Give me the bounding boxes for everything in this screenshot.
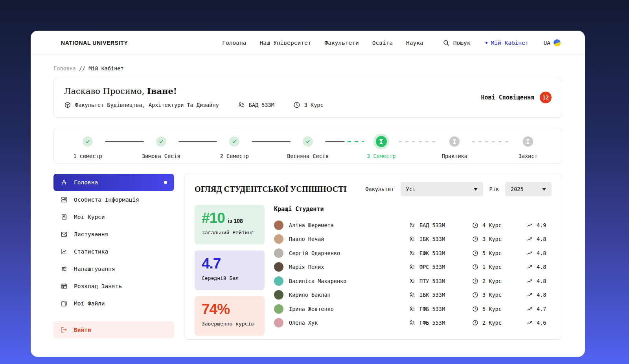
clock-icon — [472, 264, 478, 270]
trending-up-icon — [526, 292, 533, 298]
faculty-filter-select[interactable]: Усі — [401, 182, 483, 196]
notifications-badge: 12 — [540, 92, 552, 103]
student-course: 1 Курс — [482, 264, 502, 270]
hourglass-icon — [379, 139, 383, 144]
step-defense: Захист — [511, 134, 545, 159]
welcome-meta: Факультет Будівництва, Архітектури Та Ди… — [64, 101, 324, 108]
hourglass-icon — [526, 139, 530, 144]
chevron-down-icon — [474, 188, 478, 191]
my-cabinet-button[interactable]: Мій Кабінет — [486, 40, 529, 46]
year-filter-label: Рік — [489, 186, 499, 192]
student-row[interactable]: Ірина Жовтенко ГФБ 533М 5 Курс 4.7 — [274, 302, 552, 316]
nav-link-university[interactable]: Наш Університет — [259, 40, 311, 46]
student-name: Ірина Жовтенко — [289, 306, 409, 312]
nav-links: Головна Наш Університет Факультети Освіт… — [222, 40, 423, 46]
breadcrumb-separator: // — [79, 65, 85, 72]
student-row[interactable]: Павло Нечай ІБК 533М 3 Курс 4.8 — [274, 232, 552, 246]
mail-icon — [61, 231, 68, 238]
sidebar-item-personal-info[interactable]: Особиста Інформація — [53, 191, 174, 208]
welcome-left: Ласкаво Просимо, Іване! Факультет Будівн… — [64, 86, 324, 108]
sidebar-item-statistics[interactable]: Статистика — [53, 243, 174, 260]
clock-icon — [293, 101, 300, 108]
student-name: Павло Нечай — [289, 236, 409, 242]
check-icon — [232, 139, 237, 144]
clock-icon — [472, 320, 478, 326]
avatar — [274, 221, 283, 230]
nav-link-education[interactable]: Освіта — [372, 40, 393, 46]
avatar — [274, 276, 283, 286]
sidebar-item-settings[interactable]: Налаштування — [53, 260, 174, 278]
users-icon — [409, 264, 416, 270]
nav-link-science[interactable]: Наука — [406, 40, 423, 46]
student-row[interactable]: Сергій Одарченко ЕФК 533М 5 Курс 4.8 — [274, 246, 552, 260]
breadcrumb: Головна // Мій Кабінет — [53, 65, 562, 72]
step-spring-session: Весняна Сесія — [291, 134, 325, 159]
year-filter-value: 2025 — [511, 186, 524, 192]
faculty-meta: Факультет Будівництва, Архітектури Та Ди… — [64, 101, 219, 108]
student-name: Аліна Шеремета — [289, 222, 409, 228]
avatar — [274, 234, 283, 244]
student-rating: 4.8 — [537, 292, 546, 298]
sidebar-item-label: Головна — [74, 179, 98, 186]
sidebar: Головна Особиста Інформація Мої Курси Ли… — [53, 174, 174, 340]
desk-icon — [61, 179, 68, 186]
sidebar-item-my-courses[interactable]: Мої Курси — [53, 208, 174, 226]
sidebar-item-label: Мої Файли — [74, 300, 105, 307]
overall-rating-suffix: із 108 — [228, 218, 243, 224]
breadcrumb-home[interactable]: Головна — [53, 65, 76, 72]
faculty-label: Факультет Будівництва, Архітектури Та Ди… — [75, 102, 219, 108]
year-filter-select[interactable]: 2025 — [505, 182, 552, 196]
student-course: 4 Курс — [482, 222, 502, 228]
line-chart-icon — [61, 248, 68, 255]
student-course: 3 Курс — [482, 292, 502, 298]
student-group: ІБК 533М — [419, 236, 445, 242]
users-icon — [409, 222, 416, 228]
sidebar-item-messages[interactable]: Листування — [53, 226, 174, 243]
student-course: 5 Курс — [482, 250, 502, 256]
welcome-greeting: Ласкаво Просимо, — [64, 86, 144, 96]
student-row[interactable]: Кирило Баклан ІБК 533М 3 Курс 4.8 — [274, 288, 552, 302]
users-icon — [409, 250, 416, 256]
nav-right: Пошук Мій Кабінет UA — [443, 39, 561, 46]
sidebar-item-home[interactable]: Головна — [53, 174, 174, 191]
logout-button[interactable]: Вийти — [53, 321, 174, 338]
student-rating: 4.8 — [537, 278, 546, 284]
course-label: 3 Курс — [304, 102, 324, 108]
clock-icon — [472, 278, 478, 284]
stats-column: #10 із 108 Загальний Рейтинг 4.7 Середні… — [195, 205, 265, 336]
trending-up-icon — [526, 222, 533, 228]
courses-completed-value: 74% — [202, 302, 230, 317]
sidebar-item-label: Статистика — [74, 248, 108, 255]
nav-link-faculties[interactable]: Факультети — [324, 40, 359, 46]
logout-label: Вийти — [74, 327, 91, 333]
student-group: БАД 533М — [419, 222, 445, 228]
step-label: Практика — [442, 153, 467, 159]
step-semester-2: 2 Семестр — [217, 134, 252, 159]
student-row[interactable]: Аліна Шеремета БАД 533М 4 Курс 4.9 — [274, 218, 552, 232]
student-row[interactable]: Олена Хук ГФБ 553М 2 Курс 4.6 — [274, 316, 552, 330]
trending-up-icon — [526, 236, 533, 242]
student-row[interactable]: Марія Пелих ФРС 533М 1 Курс 4.8 — [274, 260, 552, 274]
language-switcher[interactable]: UA — [544, 39, 561, 46]
trending-up-icon — [526, 278, 533, 284]
panel-header: ОГЛЯД СТУДЕНТСЬКОЇ УСПІШНОСТІ Факультет … — [195, 182, 552, 196]
trending-up-icon — [526, 306, 533, 312]
student-name: Марія Пелих — [289, 264, 409, 270]
top-students-section: Кращі Студенти Аліна Шеремета БАД 533М 4… — [274, 205, 552, 336]
sidebar-item-schedule[interactable]: Розклад Занять — [53, 278, 174, 295]
stepper-connector-partial — [325, 141, 364, 142]
search-button[interactable]: Пошук — [443, 39, 471, 46]
nav-link-home[interactable]: Головна — [222, 40, 246, 46]
sidebar-item-label: Особиста Інформація — [74, 197, 139, 203]
trending-up-icon — [526, 264, 533, 270]
student-rating: 4.8 — [537, 250, 546, 256]
student-group: ЕФК 533М — [419, 250, 445, 256]
student-rating: 4.8 — [537, 236, 546, 242]
sidebar-item-my-files[interactable]: Мої Файли — [53, 295, 174, 312]
notifications[interactable]: Нові Сповіщення 12 — [481, 92, 552, 103]
panel-title: ОГЛЯД СТУДЕНТСЬКОЇ УСПІШНОСТІ — [195, 185, 347, 194]
student-name: Кирило Баклан — [289, 292, 409, 298]
active-indicator-dot — [164, 181, 167, 184]
overall-rating-label: Загальний Рейтинг — [202, 230, 257, 235]
student-row[interactable]: Василіса Макаренко ПТУ 533М 2 Курс 4.8 — [274, 274, 552, 288]
